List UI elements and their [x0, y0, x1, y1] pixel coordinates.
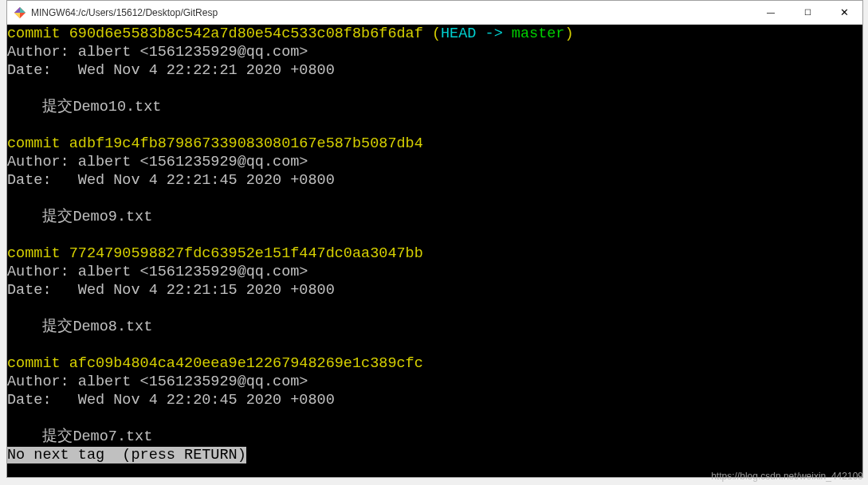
window-controls: — ☐ ✕ — [752, 1, 862, 24]
window-title: MINGW64:/c/Users/15612/Desktop/GitResp — [31, 7, 752, 18]
author-line: Author: albert <1561235929@qq.com> — [7, 264, 308, 280]
commit-prefix: commit — [7, 355, 69, 372]
commit-prefix: commit — [7, 135, 69, 152]
svg-marker-1 — [20, 7, 26, 13]
head-label: HEAD -> — [441, 25, 512, 42]
minimize-button[interactable]: — — [752, 1, 789, 24]
pager-status[interactable]: No next tag (press RETURN) — [7, 447, 246, 463]
author-line: Author: albert <1561235929@qq.com> — [7, 44, 308, 61]
commit-hash: 690d6e5583b8c542a7d80e54c533c08f8b6f6daf — [69, 25, 423, 42]
svg-marker-3 — [14, 7, 20, 13]
author-line: Author: albert <1561235929@qq.com> — [7, 154, 308, 170]
commit-message: 提交Demo8.txt — [7, 319, 152, 335]
author-line: Author: albert <1561235929@qq.com> — [7, 374, 308, 390]
commit-message: 提交Demo7.txt — [7, 428, 152, 445]
commit-hash: adbf19c4fb879867339083080167e587b5087db4 — [69, 135, 423, 152]
titlebar[interactable]: MINGW64:/c/Users/15612/Desktop/GitResp —… — [7, 1, 862, 25]
commit-hash: 7724790598827fdc63952e151f447dc0aa3047bb — [69, 245, 423, 262]
app-icon — [14, 6, 26, 19]
commit-prefix: commit — [7, 245, 69, 262]
commit-message: 提交Demo9.txt — [7, 209, 152, 225]
maximize-button[interactable]: ☐ — [789, 1, 826, 24]
commit-message: 提交Demo10.txt — [7, 99, 161, 115]
date-line: Date: Wed Nov 4 22:21:15 2020 +0800 — [7, 282, 335, 299]
terminal-window: MINGW64:/c/Users/15612/Desktop/GitResp —… — [6, 0, 863, 478]
date-line: Date: Wed Nov 4 22:20:45 2020 +0800 — [7, 392, 335, 409]
commit-hash: afc09b4804ca420eea9e12267948269e1c389cfc — [69, 355, 423, 372]
commit-prefix: commit — [7, 25, 69, 42]
close-button[interactable]: ✕ — [826, 1, 862, 24]
svg-marker-2 — [14, 13, 20, 18]
head-close: ) — [564, 25, 573, 42]
head-open: ( — [423, 25, 441, 42]
date-line: Date: Wed Nov 4 22:22:21 2020 +0800 — [7, 62, 335, 79]
terminal-output[interactable]: commit 690d6e5583b8c542a7d80e54c533c08f8… — [7, 25, 862, 477]
date-line: Date: Wed Nov 4 22:21:45 2020 +0800 — [7, 172, 335, 189]
head-branch: master — [512, 25, 565, 42]
